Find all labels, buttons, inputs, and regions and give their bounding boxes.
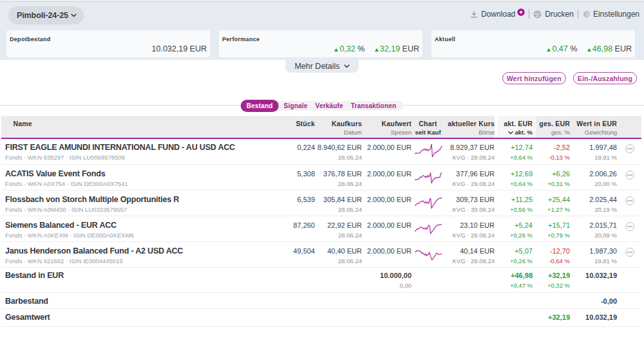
tab-verkaeufe[interactable]: Verkäufe xyxy=(312,101,347,111)
spacer-cell xyxy=(495,308,536,326)
sparkline-chart[interactable] xyxy=(415,142,442,159)
ellipsis-icon xyxy=(626,145,634,153)
ges-pct-value: -0,13 % xyxy=(536,154,570,162)
col-name[interactable]: Name xyxy=(14,120,289,128)
performance-pct: 0,32 % xyxy=(334,44,365,53)
card-label: Performance xyxy=(222,36,419,42)
spacer-cell xyxy=(362,292,412,308)
fund-name[interactable]: Flossbach von Storch Multiple Opportunit… xyxy=(5,195,288,204)
akt-eur-value: +5,24 xyxy=(495,221,533,230)
kaufkurs-value: 376,78 EUR xyxy=(315,169,362,178)
gesamtwert-wert: 10.032,19 xyxy=(570,313,617,322)
akt-pct-value: +0,64 % xyxy=(495,180,533,188)
col-akt-eur[interactable]: akt. EUR xyxy=(495,120,533,128)
tab-signale[interactable]: Signale xyxy=(280,101,312,111)
mehr-details-label: Mehr Details xyxy=(294,62,339,71)
stueck-value: 6,539 xyxy=(288,195,315,204)
ellipsis-icon xyxy=(626,223,634,230)
gewichtung-value: 19,91 % xyxy=(570,154,617,162)
performance-pct-unit: % xyxy=(357,44,365,53)
bestand-kaufwert: 10.000,00 xyxy=(362,271,412,280)
fund-name[interactable]: Siemens Balanced - EUR ACC xyxy=(5,221,288,230)
fund-name[interactable]: FIRST EAGLE AMUNDI INTERNATIONAL FUND - … xyxy=(5,143,288,152)
boerse-value: KVG · 30.08.24 xyxy=(444,206,495,214)
settings-button[interactable]: Einstellungen xyxy=(582,10,639,19)
sparkline-chart[interactable] xyxy=(415,168,442,185)
tab-transaktionen[interactable]: Transaktionen xyxy=(347,101,400,111)
ein-auszahlung-button[interactable]: Ein-/Auszahlung xyxy=(573,72,637,84)
wert-value: 2.015,71 xyxy=(570,221,617,230)
col-chart[interactable]: Chart xyxy=(412,120,444,128)
portfolio-action-buttons: Wert hinzufügen Ein-/Auszahlung xyxy=(0,72,644,84)
ellipsis-icon xyxy=(626,171,634,179)
spacer-cell xyxy=(288,267,315,292)
spacer-cell xyxy=(315,308,362,326)
fund-name[interactable]: Janus Henderson Balanced Fund - A2 USD A… xyxy=(5,246,288,255)
settings-label: Einstellungen xyxy=(593,10,639,19)
spacer-cell xyxy=(288,292,315,308)
col-kaufwert[interactable]: Kaufwert xyxy=(362,120,412,128)
barbestand-label: Barbestand xyxy=(5,297,288,306)
gesamtwert-label: Gesamtwert xyxy=(5,313,288,322)
performance-amount: 32,19 EUR xyxy=(375,44,419,53)
akt-eur-value: +5,07 xyxy=(495,246,533,255)
akt-pct-value: +0,26 % xyxy=(495,232,533,239)
col-akt-sub[interactable]: akt. % xyxy=(515,129,533,136)
depot-selector[interactable]: Pimboli-24-25 xyxy=(8,6,84,24)
print-button[interactable]: Drucken xyxy=(533,10,574,19)
sparkline-chart[interactable] xyxy=(415,194,442,211)
col-kaufkurs[interactable]: Kaufkurs xyxy=(315,120,362,128)
gewichtung-value: 20,09 % xyxy=(570,232,617,239)
tab-bestand[interactable]: Bestand xyxy=(241,100,279,112)
fund-name[interactable]: ACATIS Value Event Fonds xyxy=(5,169,288,178)
stueck-value: 0,224 xyxy=(288,143,315,152)
bestand-ges-pct: +0,32 % xyxy=(536,282,570,290)
col-stueck[interactable]: Stück xyxy=(288,120,315,128)
row-menu-button[interactable] xyxy=(625,222,634,231)
spacer-cell xyxy=(412,292,444,308)
fund-meta: Fonds · WKN 635297 · ISIN LU0068578508 xyxy=(5,154,288,162)
card-depotbestand: Depotbestand 10.032,19 EUR xyxy=(6,30,210,57)
kaufwert-value: 2.000,00 EUR xyxy=(362,143,412,152)
col-kurs[interactable]: aktueller Kurs xyxy=(444,120,495,128)
kaufkurs-value: 40,40 EUR xyxy=(315,246,362,255)
depotbestand-value: 10.032,19 EUR xyxy=(152,44,207,53)
stueck-value: 5,308 xyxy=(288,169,315,178)
col-chart-sub: seit Kauf xyxy=(412,129,444,136)
spacer-cell xyxy=(617,308,641,326)
row-menu-button[interactable] xyxy=(625,144,634,153)
kaufwert-value: 2.000,00 EUR xyxy=(362,169,412,178)
sparkline-chart[interactable] xyxy=(415,245,442,263)
aktuell-pct-unit: % xyxy=(570,44,577,53)
bestand-akt-pct: +0,47 % xyxy=(495,282,533,290)
download-button[interactable]: Download xyxy=(470,10,525,19)
gewichtung-value: 20,19 % xyxy=(570,206,617,214)
sparkline-chart[interactable] xyxy=(415,219,442,237)
aktuell-amount-unit: EUR xyxy=(615,44,632,53)
col-ges-eur[interactable]: ges. EUR xyxy=(536,120,570,128)
spacer-cell xyxy=(288,308,315,326)
ges-pct-value: +1,27 % xyxy=(536,206,570,214)
fund-meta: Fonds · WKN 921662 · ISIN IE0004445015 xyxy=(5,257,288,265)
kauf-datum: 28.06.24 xyxy=(315,206,362,214)
spacer-cell xyxy=(444,308,495,326)
wert-value: 2.025,44 xyxy=(570,195,617,204)
col-wert[interactable]: Wert in EUR xyxy=(570,120,617,128)
tabs-bar: BestandSignaleVerkäufeTransaktionen xyxy=(0,100,644,112)
bestand-ges-eur: +32,19 xyxy=(536,271,570,280)
tab-group: BestandSignaleVerkäufeTransaktionen xyxy=(241,101,404,111)
card-aktuell: Aktuell 0,47 % 46,98 EUR xyxy=(431,30,635,57)
mehr-details-button[interactable]: Mehr Details xyxy=(285,60,358,73)
spacer-cell xyxy=(536,292,570,308)
fund-meta: Fonds · WKN A0M430 · ISIN LU0323578657 xyxy=(5,206,288,214)
gesamtwert-ges-eur: +32,19 xyxy=(536,313,570,322)
row-menu-button[interactable] xyxy=(625,171,634,180)
barbestand-wert: -0,00 xyxy=(570,297,617,306)
wert-hinzufuegen-button[interactable]: Wert hinzufügen xyxy=(502,72,566,84)
akt-pct-value: +0,64 % xyxy=(495,154,533,162)
kurs-value: 309,73 EUR xyxy=(444,195,495,204)
row-menu-button[interactable] xyxy=(625,196,634,205)
row-menu-button[interactable] xyxy=(625,248,634,257)
barbestand-row: Barbestand-0,00 xyxy=(1,292,641,308)
gewichtung-value: 19,81 % xyxy=(570,257,617,265)
